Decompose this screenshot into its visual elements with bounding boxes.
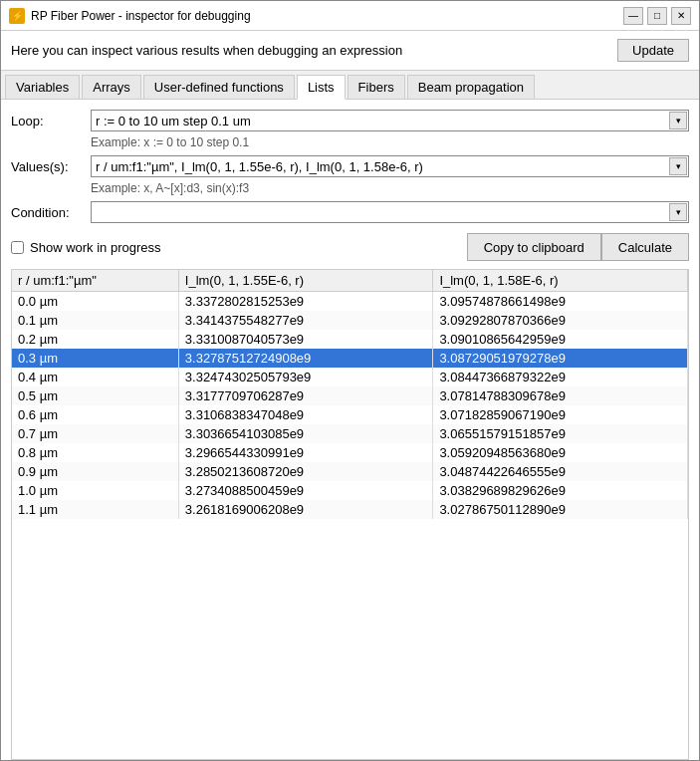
tab-lists[interactable]: Lists [297,75,346,100]
table-row[interactable]: 1.1 µm3.2618169006208e93.02786750112890e… [12,500,688,519]
action-row: Show work in progress Copy to clipboard … [11,233,689,261]
cell-6-1: 3.3106838347048e9 [178,405,433,424]
cell-2-0: 0.2 µm [12,330,178,349]
cell-10-1: 3.2734088500459e9 [178,481,433,500]
table-row[interactable]: 0.8 µm3.2966544330991e93.05920948563680e… [12,443,688,462]
table-row[interactable]: 0.9 µm3.2850213608720e93.04874422646555e… [12,462,688,481]
cell-8-0: 0.8 µm [12,443,178,462]
header-row: r / um:f1:"µm" I_lm(0, 1, 1.55E-6, r) I_… [12,270,688,292]
values-row: Values(s): ▾ [11,155,689,177]
maximize-button[interactable]: □ [647,7,667,25]
condition-label: Condition: [11,205,91,220]
table-row[interactable]: 0.3 µm3.32787512724908e93.08729051979278… [12,349,688,368]
table-header: r / um:f1:"µm" I_lm(0, 1, 1.55E-6, r) I_… [12,270,688,292]
title-bar: ⚡ RP Fiber Power - inspector for debuggi… [1,1,699,31]
col-header-1: I_lm(0, 1, 1.55E-6, r) [178,270,433,292]
app-icon: ⚡ [9,8,25,24]
cell-7-2: 3.06551579151857e9 [433,424,688,443]
cell-5-1: 3.3177709706287e9 [178,386,433,405]
info-bar: Here you can inspect various results whe… [1,31,699,71]
close-button[interactable]: ✕ [671,7,691,25]
tab-user-defined[interactable]: User-defined functions [143,75,295,99]
values-input[interactable] [91,155,689,177]
table-row[interactable]: 0.5 µm3.3177709706287e93.07814788309678e… [12,386,688,405]
cell-5-0: 0.5 µm [12,386,178,405]
tab-arrays[interactable]: Arrays [82,75,141,99]
main-window: ⚡ RP Fiber Power - inspector for debuggi… [0,0,700,761]
values-dropdown-arrow[interactable]: ▾ [669,157,687,175]
values-label: Values(s): [11,159,91,174]
cell-9-2: 3.04874422646555e9 [433,462,688,481]
cell-3-2: 3.08729051979278e9 [433,349,688,368]
table-row[interactable]: 0.2 µm3.3310087040573e93.09010865642959e… [12,330,688,349]
cell-3-0: 0.3 µm [12,349,178,368]
table-row[interactable]: 0.1 µm3.3414375548277e93.09292807870366e… [12,311,688,330]
cell-0-1: 3.3372802815253e9 [178,292,433,312]
tab-beam-propagation[interactable]: Beam propagation [407,75,535,99]
condition-dropdown-arrow[interactable]: ▾ [669,203,687,221]
data-table: r / um:f1:"µm" I_lm(0, 1, 1.55E-6, r) I_… [12,270,688,519]
table-row[interactable]: 0.6 µm3.3106838347048e93.07182859067190e… [12,405,688,424]
cell-8-1: 3.2966544330991e9 [178,443,433,462]
cell-6-2: 3.07182859067190e9 [433,405,688,424]
loop-hint: Example: x := 0 to 10 step 0.1 [91,135,689,149]
table-row[interactable]: 0.0 µm3.3372802815253e93.09574878661498e… [12,292,688,312]
cell-1-1: 3.3414375548277e9 [178,311,433,330]
cell-11-2: 3.02786750112890e9 [433,500,688,519]
cell-5-2: 3.07814788309678e9 [433,386,688,405]
tab-variables[interactable]: Variables [5,75,80,99]
cell-9-0: 0.9 µm [12,462,178,481]
info-text: Here you can inspect various results whe… [11,43,402,58]
show-work-checkbox[interactable] [11,241,24,254]
table-row[interactable]: 0.4 µm3.32474302505793e93.08447366879322… [12,368,688,386]
calculate-button[interactable]: Calculate [601,233,689,261]
cell-8-2: 3.05920948563680e9 [433,443,688,462]
cell-3-1: 3.32787512724908e9 [178,349,433,368]
show-work-group: Show work in progress [11,240,467,255]
loop-input[interactable] [91,110,689,131]
minimize-button[interactable]: — [623,7,643,25]
loop-row: Loop: ▾ [11,110,689,131]
table-row[interactable]: 0.7 µm3.3036654103085e93.06551579151857e… [12,424,688,443]
table-body: 0.0 µm3.3372802815253e93.09574878661498e… [12,292,688,520]
loop-dropdown-arrow[interactable]: ▾ [669,112,687,129]
cell-0-2: 3.09574878661498e9 [433,292,688,312]
cell-6-0: 0.6 µm [12,405,178,424]
cell-10-0: 1.0 µm [12,481,178,500]
show-work-label: Show work in progress [30,240,161,255]
window-title: RP Fiber Power - inspector for debugging [31,9,623,23]
cell-1-0: 0.1 µm [12,311,178,330]
cell-4-1: 3.32474302505793e9 [178,368,433,386]
loop-input-wrap: ▾ [91,110,689,131]
copy-button[interactable]: Copy to clipboard [467,233,601,261]
condition-input-wrap: ▾ [91,201,689,223]
cell-7-1: 3.3036654103085e9 [178,424,433,443]
cell-2-2: 3.09010865642959e9 [433,330,688,349]
cell-9-1: 3.2850213608720e9 [178,462,433,481]
cell-11-0: 1.1 µm [12,500,178,519]
cell-4-2: 3.08447366879322e9 [433,368,688,386]
cell-4-0: 0.4 µm [12,368,178,386]
tab-content: Loop: ▾ Example: x := 0 to 10 step 0.1 V… [1,100,699,760]
values-hint: Example: x, A~[x]:d3, sin(x):f3 [91,181,689,195]
window-controls: — □ ✕ [623,7,691,25]
col-header-2: I_lm(0, 1, 1.58E-6, r) [433,270,688,292]
cell-2-1: 3.3310087040573e9 [178,330,433,349]
condition-input[interactable] [91,201,689,223]
cell-11-1: 3.2618169006208e9 [178,500,433,519]
update-button[interactable]: Update [617,39,689,62]
data-table-container: r / um:f1:"µm" I_lm(0, 1, 1.55E-6, r) I_… [11,269,689,760]
tab-fibers[interactable]: Fibers [348,75,405,99]
values-input-wrap: ▾ [91,155,689,177]
col-header-0: r / um:f1:"µm" [12,270,178,292]
cell-0-0: 0.0 µm [12,292,178,312]
condition-row: Condition: ▾ [11,201,689,223]
cell-10-2: 3.03829689829626e9 [433,481,688,500]
loop-label: Loop: [11,114,91,128]
tab-bar: Variables Arrays User-defined functions … [1,71,699,100]
cell-7-0: 0.7 µm [12,424,178,443]
cell-1-2: 3.09292807870366e9 [433,311,688,330]
table-row[interactable]: 1.0 µm3.2734088500459e93.03829689829626e… [12,481,688,500]
